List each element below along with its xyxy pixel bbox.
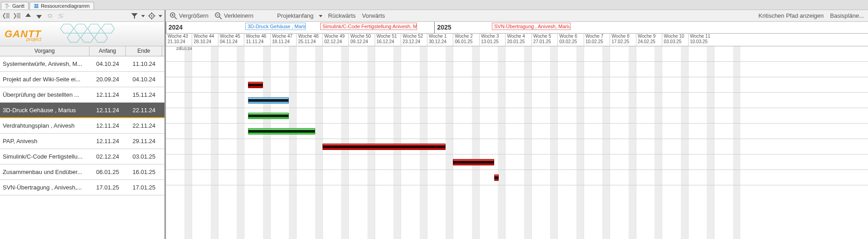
svg-marker-21 xyxy=(60,24,74,33)
task-end: 17.01.25 xyxy=(126,184,162,191)
task-end: 22.11.24 xyxy=(126,122,162,129)
critical-path-button[interactable]: Kritischen Pfad anzeigen xyxy=(757,11,825,20)
svg-rect-0 xyxy=(5,4,8,5)
year-label: 2025 xyxy=(437,24,451,31)
task-start: 12.11.24 xyxy=(89,138,126,144)
svg-marker-25 xyxy=(88,24,101,33)
task-end: 29.11.24 xyxy=(126,138,162,144)
svg-marker-26 xyxy=(101,24,114,33)
filter-dropdown[interactable] xyxy=(141,11,145,20)
task-name: Verdrahtungsplan , Anivesh xyxy=(0,122,89,129)
svg-marker-23 xyxy=(67,33,80,42)
move-up-button[interactable] xyxy=(24,11,33,20)
tab-resources[interactable]: Ressourcendiagramm xyxy=(30,2,94,10)
week-header: Woche 1003.03.25 xyxy=(662,34,688,46)
logo-subtitle: project xyxy=(26,36,41,42)
svg-marker-22 xyxy=(74,24,87,33)
week-header: Woche 420.01.25 xyxy=(505,34,531,46)
task-start: 17.01.25 xyxy=(89,184,126,191)
week-header: Woche 4321.10.24 xyxy=(166,34,192,46)
task-name: SVN-Übertragung , Anivesh,... xyxy=(0,184,89,191)
outdent-button[interactable] xyxy=(2,11,11,20)
today-marker-label: 25.10.24 xyxy=(176,46,192,51)
columns-settings-button[interactable] xyxy=(147,11,156,20)
task-start: 20.09.24 xyxy=(89,76,126,83)
task-name: Simulink/C-Code Fertigstellu... xyxy=(0,153,89,160)
zoom-out-button[interactable]: Verkleinern xyxy=(213,11,255,20)
hex-pattern-icon xyxy=(55,22,164,46)
col-header-start[interactable]: Anfang xyxy=(89,46,126,56)
project-start-dropdown[interactable] xyxy=(318,11,323,20)
task-row[interactable]: Projekt auf der Wiki-Seite ei...20.09.24… xyxy=(0,72,164,87)
task-end: 11.10.24 xyxy=(126,60,162,67)
col-header-name[interactable]: Vorgang xyxy=(0,46,89,56)
task-end: 15.11.24 xyxy=(126,91,162,98)
gantt-icon xyxy=(5,3,10,9)
task-end: 03.01.25 xyxy=(126,153,162,160)
svg-rect-5 xyxy=(34,6,38,8)
week-header: Woche 4428.10.24 xyxy=(192,34,218,46)
task-end: 16.01.25 xyxy=(126,169,162,175)
week-header: Woche 5223.12.24 xyxy=(401,34,427,46)
week-header: Woche 527.01.25 xyxy=(531,34,557,46)
task-toolbar xyxy=(0,10,164,22)
week-header: Woche 130.12.24 xyxy=(427,34,453,46)
logo: GANTT project xyxy=(0,22,164,46)
task-start: 12.11.24 xyxy=(89,122,126,129)
week-header: Woche 710.02.25 xyxy=(584,34,610,46)
task-name: Projekt auf der Wiki-Seite ei... xyxy=(0,76,89,83)
timeline-toolbar: Vergrößern Verkleinern Projektanfang Rüc… xyxy=(166,10,868,22)
task-name: 3D-Druck Gehäuse , Marius xyxy=(0,107,89,114)
svg-marker-24 xyxy=(81,33,94,42)
move-down-button[interactable] xyxy=(35,11,44,20)
task-list-pane: GANTT project Vorgang Anfang Ende System… xyxy=(0,10,166,239)
col-header-end[interactable]: Ende xyxy=(126,46,162,56)
baselines-button[interactable]: Basispläne... xyxy=(829,11,865,20)
week-header: Woche 4825.11.24 xyxy=(296,34,322,46)
task-row[interactable]: PAP, Anivesh12.11.2429.11.24 xyxy=(0,134,164,149)
task-row[interactable]: 3D-Druck Gehäuse , Marius12.11.2422.11.2… xyxy=(0,103,164,118)
nav-back-button[interactable]: Rückwärts xyxy=(327,11,357,20)
task-row[interactable]: Systementwürfe, Anivesh, M...04.10.2411.… xyxy=(0,56,164,72)
week-header: Woche 206.01.25 xyxy=(453,34,479,46)
gantt-chart[interactable]: 25.10.24 xyxy=(166,46,868,239)
week-header: Woche 924.02.25 xyxy=(636,34,662,46)
week-header: Woche 4902.12.24 xyxy=(322,34,348,46)
nav-forward-label: Vorwärts xyxy=(362,12,385,19)
tab-resources-label: Ressourcendiagramm xyxy=(41,3,90,9)
timeline-header: 202420253D-Druck Gehäuse , MariusSimulin… xyxy=(166,22,868,46)
unlink-button[interactable] xyxy=(56,11,65,20)
zoom-in-button[interactable]: Vergrößern xyxy=(169,11,210,20)
week-header: Woche 5009.12.24 xyxy=(348,34,374,46)
filter-button[interactable] xyxy=(130,11,139,20)
task-row[interactable]: Überprüfung der bestellten ...12.11.2415… xyxy=(0,87,164,103)
indent-button[interactable] xyxy=(13,11,22,20)
task-row[interactable]: Zusammenbau und Endüber...06.01.2516.01.… xyxy=(0,164,164,180)
task-rows: Systementwürfe, Anivesh, M...04.10.2411.… xyxy=(0,56,164,239)
svg-line-29 xyxy=(174,17,177,19)
svg-point-16 xyxy=(151,15,153,16)
svg-rect-2 xyxy=(6,7,8,8)
project-start-label: Projektanfang xyxy=(277,12,313,19)
task-start: 06.01.25 xyxy=(89,169,126,175)
task-name: Überprüfung der bestellten ... xyxy=(0,91,89,98)
tab-gantt[interactable]: Gantt xyxy=(1,2,29,10)
task-name: Zusammenbau und Endüber... xyxy=(0,169,89,175)
nav-back-label: Rückwärts xyxy=(328,12,356,19)
nav-forward-button[interactable]: Vorwärts xyxy=(361,11,387,20)
task-row[interactable]: SVN-Übertragung , Anivesh,...17.01.2517.… xyxy=(0,180,164,195)
zoom-in-icon xyxy=(170,12,177,20)
baselines-label: Basispläne... xyxy=(830,12,864,19)
task-end: 22.11.24 xyxy=(126,107,162,114)
week-header: Woche 4718.11.24 xyxy=(270,34,296,46)
project-start-button[interactable]: Projektanfang xyxy=(276,11,315,20)
columns-dropdown[interactable] xyxy=(158,11,163,20)
svg-line-33 xyxy=(219,17,222,19)
svg-marker-27 xyxy=(94,33,108,42)
milestone-label: 3D-Druck Gehäuse , Marius xyxy=(245,23,306,30)
critical-path-label: Kritischen Pfad anzeigen xyxy=(759,12,824,19)
task-row[interactable]: Simulink/C-Code Fertigstellu...02.12.240… xyxy=(0,149,164,164)
task-row[interactable]: Verdrahtungsplan , Anivesh12.11.2422.11.… xyxy=(0,118,164,134)
svg-point-4 xyxy=(36,4,39,6)
link-button[interactable] xyxy=(45,11,55,20)
